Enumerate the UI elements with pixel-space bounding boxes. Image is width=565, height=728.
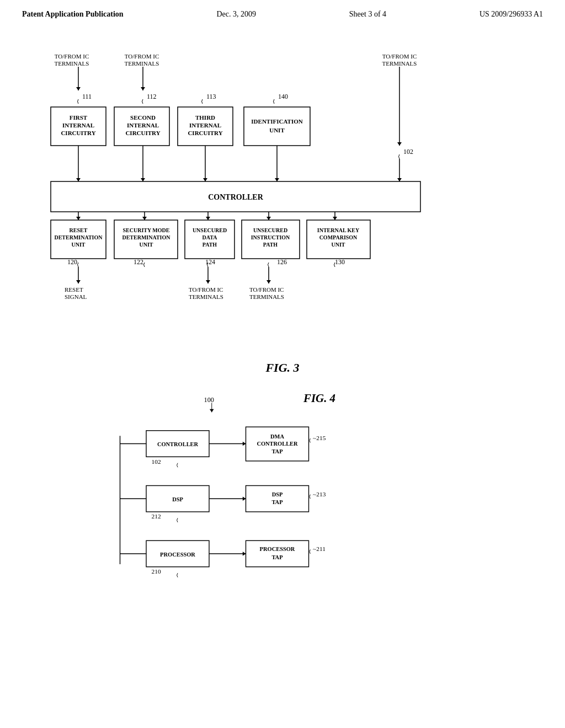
svg-text:CIRCUITRY: CIRCUITRY [125, 130, 160, 136]
svg-rect-79 [185, 220, 234, 259]
svg-text:PROCESSOR: PROCESSOR [260, 546, 295, 552]
svg-text:THIRD: THIRD [195, 114, 215, 121]
svg-text:TERMINALS: TERMINALS [125, 60, 159, 67]
patent-number: US 2009/296933 A1 [479, 10, 543, 19]
svg-text:TAP: TAP [271, 499, 283, 505]
svg-marker-30 [142, 217, 147, 220]
svg-text:111: 111 [82, 93, 92, 100]
svg-marker-7 [76, 87, 81, 90]
svg-text:DETERMINATION: DETERMINATION [122, 234, 170, 240]
svg-rect-114 [246, 427, 309, 461]
svg-marker-18 [76, 178, 81, 181]
svg-text:SECOND: SECOND [130, 114, 156, 121]
svg-text:INTERNAL: INTERNAL [62, 122, 94, 129]
svg-text:~211: ~211 [313, 545, 326, 552]
svg-rect-119 [246, 486, 309, 512]
svg-rect-54 [51, 107, 106, 146]
fig4-diagram: FIG. 4 100 CONTROLLER 102 DSP 212 PROC [29, 386, 536, 596]
svg-text:SIGNAL: SIGNAL [65, 293, 87, 300]
svg-marker-20 [141, 178, 145, 181]
svg-text:UNIT: UNIT [331, 242, 345, 248]
svg-text:UNIT: UNIT [269, 127, 285, 133]
svg-rect-111 [146, 540, 209, 567]
svg-text:IDENTIFICATION: IDENTIFICATION [251, 118, 302, 125]
svg-marker-34 [266, 217, 271, 220]
svg-text:CIRCUITRY: CIRCUITRY [61, 130, 95, 136]
svg-rect-105 [146, 431, 209, 457]
svg-text:122: 122 [134, 258, 143, 266]
svg-text:113: 113 [206, 93, 216, 100]
svg-rect-71 [51, 220, 106, 259]
fig3-svg: TO/FROM IC TERMINALS TO/FROM IC TERMINAL… [29, 35, 536, 355]
svg-text:130: 130 [335, 258, 345, 266]
svg-rect-123 [246, 540, 309, 567]
svg-text:TERMINALS: TERMINALS [249, 293, 284, 300]
svg-marker-100 [243, 442, 246, 446]
svg-text:INSTRUCTION: INSTRUCTION [251, 234, 290, 240]
svg-marker-24 [275, 178, 279, 181]
svg-text:102: 102 [403, 148, 413, 156]
svg-rect-69 [51, 181, 420, 212]
svg-text:INTERNAL: INTERNAL [189, 122, 221, 129]
svg-text:RESET: RESET [65, 286, 83, 293]
svg-text:PATH: PATH [263, 242, 278, 248]
svg-marker-94 [210, 409, 214, 413]
svg-marker-26 [397, 178, 402, 181]
svg-text:212: 212 [152, 513, 161, 520]
svg-rect-83 [242, 220, 300, 259]
publication-label: Patent Application Publication [22, 10, 124, 19]
svg-text:126: 126 [277, 258, 287, 266]
svg-text:140: 140 [278, 93, 288, 100]
svg-text:UNIT: UNIT [139, 242, 153, 248]
svg-rect-62 [178, 107, 233, 146]
svg-text:TAP: TAP [271, 448, 283, 454]
svg-text:TERMINALS: TERMINALS [382, 60, 417, 67]
date-info: Dec. 3, 2009 [216, 10, 256, 19]
svg-text:120: 120 [67, 258, 77, 266]
svg-marker-32 [206, 217, 210, 220]
fig3-caption: FIG. 3 [0, 361, 565, 375]
svg-text:TO/FROM IC: TO/FROM IC [189, 286, 223, 293]
sheet-info: Sheet 3 of 4 [349, 10, 386, 19]
svg-text:INTERNAL KEY: INTERNAL KEY [317, 227, 360, 233]
svg-rect-108 [146, 486, 209, 512]
svg-marker-47 [206, 280, 210, 283]
svg-rect-87 [307, 220, 370, 259]
svg-text:UNSECURED: UNSECURED [253, 227, 287, 233]
svg-text:112: 112 [147, 93, 157, 100]
svg-text:DETERMINATION: DETERMINATION [54, 234, 103, 240]
svg-text:DMA: DMA [270, 433, 284, 440]
svg-marker-51 [266, 280, 271, 283]
svg-text:SECURITY MODE: SECURITY MODE [123, 227, 170, 233]
svg-text:124: 124 [205, 258, 215, 266]
svg-marker-13 [397, 142, 402, 146]
page-header: Patent Application Publication Dec. 3, 2… [0, 0, 565, 19]
svg-rect-75 [114, 220, 178, 259]
svg-text:CONTROLLER: CONTROLLER [208, 193, 263, 201]
svg-text:FIG. 4: FIG. 4 [303, 392, 335, 405]
svg-text:210: 210 [152, 568, 161, 575]
svg-marker-36 [333, 217, 337, 220]
svg-text:TO/FROM IC: TO/FROM IC [249, 286, 284, 293]
svg-text:TERMINALS: TERMINALS [189, 293, 223, 300]
svg-text:TAP: TAP [271, 554, 283, 560]
svg-text:FIRST: FIRST [70, 114, 88, 121]
svg-marker-10 [141, 87, 145, 90]
svg-text:CIRCUITRY: CIRCUITRY [188, 130, 222, 136]
svg-rect-66 [244, 107, 310, 146]
svg-text:102: 102 [152, 458, 161, 465]
svg-text:DSP: DSP [272, 491, 283, 497]
svg-text:PATH: PATH [202, 242, 217, 248]
svg-marker-102 [243, 496, 246, 501]
svg-text:CONTROLLER: CONTROLLER [257, 441, 298, 447]
svg-text:CONTROLLER: CONTROLLER [157, 441, 199, 447]
svg-text:TO/FROM IC: TO/FROM IC [55, 53, 89, 60]
svg-text:UNIT: UNIT [71, 242, 85, 248]
svg-text:TO/FROM IC: TO/FROM IC [125, 53, 159, 60]
svg-text:~213: ~213 [313, 491, 326, 497]
svg-text:PROCESSOR: PROCESSOR [160, 552, 195, 558]
svg-marker-22 [203, 178, 207, 181]
svg-text:DATA: DATA [202, 234, 218, 240]
svg-text:RESET: RESET [70, 227, 88, 233]
svg-text:DSP: DSP [172, 496, 183, 502]
